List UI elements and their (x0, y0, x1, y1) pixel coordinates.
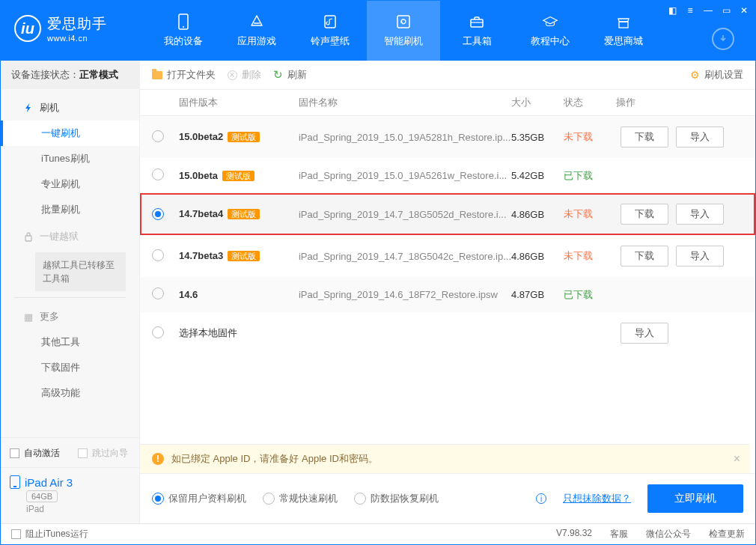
erase-data-link[interactable]: 只想抹除数据？ (563, 492, 631, 505)
row-radio[interactable] (152, 168, 164, 180)
sidebar-item-batch-flash[interactable]: 批量刷机 (1, 197, 139, 222)
refresh-button[interactable]: ↻ 刷新 (273, 68, 307, 82)
radio-icon (152, 493, 164, 505)
cell-filename: iPad_Spring_2019_14.7_18G5052d_Restore.i… (299, 209, 511, 220)
table-row[interactable]: 15.0beta2测试版 iPad_Spring_2019_15.0_19A52… (140, 116, 755, 158)
radio-icon (263, 493, 275, 505)
nav-my-device[interactable]: 我的设备 (147, 1, 220, 61)
support-link[interactable]: 客服 (610, 528, 628, 541)
download-button[interactable]: 下载 (621, 204, 668, 225)
info-icon: i (536, 493, 546, 504)
cell-version: 选择本地固件 (179, 326, 299, 340)
row-radio[interactable] (152, 208, 164, 220)
sidebar-item-itunes-flash[interactable]: iTunes刷机 (1, 146, 139, 171)
download-button[interactable]: 下载 (621, 127, 668, 147)
device-storage: 64GB (26, 490, 58, 502)
svg-rect-4 (471, 19, 483, 27)
cell-ops: 下载 导入 (616, 246, 743, 267)
mode-normal[interactable]: 常规快速刷机 (263, 492, 338, 505)
import-button[interactable]: 导入 (676, 127, 724, 147)
nav-apps[interactable]: 应用游戏 (220, 1, 293, 61)
download-button[interactable]: 下载 (621, 246, 668, 267)
appstore-icon (249, 13, 265, 30)
nav-toolbox[interactable]: 工具箱 (440, 1, 513, 61)
logo-icon: iu (14, 15, 41, 42)
window-close-icon[interactable]: ✕ (739, 5, 749, 16)
cell-status: 未下载 (564, 207, 616, 221)
cell-status: 已下载 (564, 288, 616, 302)
device-name[interactable]: iPad Air 3 (25, 476, 73, 489)
table-row[interactable]: 14.7beta3测试版 iPad_Spring_2019_14.7_18G50… (140, 235, 755, 277)
nav-ringtones[interactable]: 铃声壁纸 (293, 1, 367, 61)
block-itunes-checkbox[interactable] (11, 529, 21, 539)
settings-button[interactable]: ⚙ 刷机设置 (690, 68, 743, 82)
beta-badge: 测试版 (228, 209, 260, 219)
app-name-en: www.i4.cn (47, 34, 107, 43)
sidebar-item-other-tools[interactable]: 其他工具 (1, 329, 139, 355)
cell-size: 4.87GB (511, 289, 564, 300)
refresh-icon: ↻ (273, 68, 283, 82)
download-manager-icon[interactable] (712, 28, 734, 50)
sidebar-group-jailbreak: 一键越狱 (1, 222, 139, 249)
main-nav: 我的设备 应用游戏 铃声壁纸 智能刷机 工具箱 教程中心 爱思商城 (147, 1, 660, 61)
cell-version: 14.7beta4测试版 (179, 208, 299, 220)
auto-activate-checkbox[interactable] (10, 448, 19, 458)
sidebar-item-advanced[interactable]: 高级功能 (1, 380, 139, 406)
open-folder-button[interactable]: 打开文件夹 (152, 68, 216, 82)
sidebar-group-more[interactable]: ▦ 更多 (1, 302, 139, 329)
flash-icon (23, 103, 34, 113)
nav-tutorials[interactable]: 教程中心 (513, 1, 587, 61)
divider (14, 297, 126, 298)
cell-version: 14.6 (179, 289, 299, 300)
notice-close-icon[interactable]: × (734, 452, 740, 466)
row-radio[interactable] (152, 326, 164, 338)
start-flash-button[interactable]: 立即刷机 (647, 484, 743, 513)
mode-keep-data[interactable]: 保留用户资料刷机 (152, 492, 246, 505)
connection-status: 设备连接状态：正常模式 (1, 61, 139, 89)
sidebar-item-oneclick-flash[interactable]: 一键刷机 (1, 121, 139, 146)
sidebar-group-flash[interactable]: 刷机 (1, 94, 139, 121)
wechat-link[interactable]: 微信公众号 (646, 528, 691, 541)
row-radio[interactable] (152, 287, 164, 299)
import-button[interactable]: 导入 (676, 204, 724, 225)
window-menu-icon[interactable]: ≡ (685, 5, 695, 16)
check-update-link[interactable]: 检查更新 (709, 528, 745, 541)
cell-filename: iPad_Spring_2019_15.0_19A5261w_Restore.i… (299, 170, 511, 181)
block-itunes-label: 阻止iTunes运行 (25, 528, 88, 541)
table-row[interactable]: 15.0beta测试版 iPad_Spring_2019_15.0_19A526… (140, 158, 755, 193)
cell-ops: 下载 导入 (616, 204, 743, 225)
jailbreak-note: 越狱工具已转移至工具箱 (35, 252, 126, 291)
table-row[interactable]: 14.7beta4测试版 iPad_Spring_2019_14.7_18G50… (140, 193, 755, 235)
mode-recovery[interactable]: 防数据恢复刷机 (354, 492, 439, 505)
gear-icon: ⚙ (690, 69, 700, 81)
sidebar: 设备连接状态：正常模式 刷机 一键刷机 iTunes刷机 专业刷机 批量刷机 一… (1, 61, 140, 523)
import-button[interactable]: 导入 (621, 323, 668, 344)
graduation-icon (542, 13, 558, 30)
window-minimize-icon[interactable]: — (703, 5, 713, 16)
cell-filename: iPad_Spring_2019_14.6_18F72_Restore.ipsw (299, 289, 511, 300)
sidebar-item-download-fw[interactable]: 下载固件 (1, 355, 139, 380)
nav-store[interactable]: 爱思商城 (587, 1, 660, 61)
delete-button[interactable]: 删除 (228, 68, 261, 82)
th-name: 固件名称 (299, 96, 511, 109)
cell-filename: iPad_Spring_2019_14.7_18G5042c_Restore.i… (299, 251, 511, 262)
delete-icon (228, 70, 237, 80)
window-theme-icon[interactable]: ◧ (667, 5, 677, 16)
toolbar: 打开文件夹 删除 ↻ 刷新 ⚙ 刷机设置 (140, 61, 755, 90)
table-row-local[interactable]: 选择本地固件 导入 (140, 312, 755, 354)
beta-badge: 测试版 (228, 132, 260, 142)
skip-guide-checkbox[interactable] (78, 448, 88, 458)
device-icon (10, 475, 20, 489)
sidebar-item-pro-flash[interactable]: 专业刷机 (1, 171, 139, 197)
svg-point-1 (183, 26, 184, 28)
window-maximize-icon[interactable]: ▭ (721, 5, 731, 16)
cell-ops: 下载 导入 (616, 127, 743, 147)
row-radio[interactable] (152, 249, 164, 261)
import-button[interactable]: 导入 (676, 246, 724, 267)
refresh-square-icon (395, 13, 412, 30)
toolbox-icon (469, 13, 485, 30)
row-radio[interactable] (152, 130, 164, 142)
nav-flash[interactable]: 智能刷机 (367, 1, 440, 61)
table-row[interactable]: 14.6 iPad_Spring_2019_14.6_18F72_Restore… (140, 277, 755, 312)
sidebar-footer: 自动激活 跳过向导 iPad Air 3 64GB iPad (1, 437, 139, 523)
